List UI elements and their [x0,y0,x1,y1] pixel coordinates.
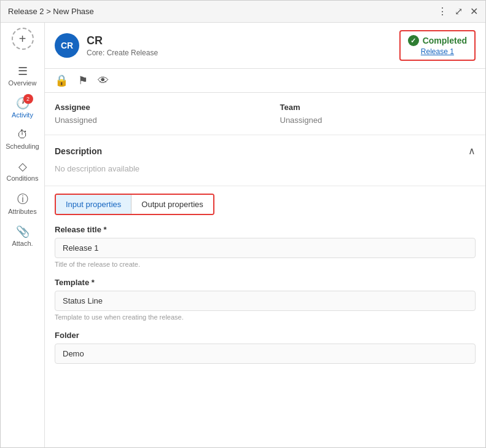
attributes-icon: ⓘ [17,192,28,206]
assignee-team-row: Assignee Unassigned Team Unassigned [55,103,476,125]
header-left: CR CR Core: Create Release [55,33,158,58]
assignee-team-section: Assignee Unassigned Team Unassigned [45,93,485,135]
completed-status: ✓ Completed [408,35,467,46]
template-label: Template * [55,278,476,287]
sidebar-label-attributes: Attributes [8,208,36,215]
scrollable-content: Assignee Unassigned Team Unassigned Desc… [45,93,485,447]
description-text: No description available [55,162,476,181]
sidebar-item-overview[interactable]: ☰ Overview [1,60,44,92]
title-bar: Release 2 > New Phase ⋮ ⤢ ✕ [1,1,485,23]
team-value[interactable]: Unassigned [280,116,476,125]
release-title-label: Release title * [55,225,476,234]
sidebar-item-conditions[interactable]: ◇ Conditions [1,155,44,187]
sidebar-item-attributes[interactable]: ⓘ Attributes [1,187,44,220]
folder-label: Folder [55,331,476,340]
sidebar-item-attach[interactable]: 📎 Attach. [1,220,44,252]
activity-icon: 🕐 2 [16,96,29,110]
attach-icon: 📎 [16,225,29,238]
task-subtitle: Core: Create Release [87,49,158,57]
task-title: CR [87,34,158,47]
sidebar-label-scheduling: Scheduling [6,143,39,150]
scheduling-icon: ⏱ [17,128,28,141]
sidebar-label-overview: Overview [9,79,37,87]
folder-group: Folder [55,331,476,364]
sidebar-label-conditions: Conditions [7,175,39,182]
content-area: CR CR Core: Create Release ✓ Completed R… [45,23,485,447]
flag-icon[interactable]: ⚑ [78,74,88,87]
sidebar-label-activity: Activity [12,111,33,119]
description-section: Description ∧ No description available [45,135,485,186]
team-col: Team Unassigned [280,103,476,125]
app-window: Release 2 > New Phase ⋮ ⤢ ✕ + ☰ Overview… [0,0,486,448]
assignee-value[interactable]: Unassigned [55,116,251,125]
sidebar-item-activity[interactable]: 🕐 2 Activity [1,92,44,124]
assignee-col: Assignee Unassigned [55,103,251,125]
template-group: Template * Template to use when creating… [55,278,476,321]
description-header[interactable]: Description ∧ [55,140,476,162]
description-label: Description [55,146,102,156]
properties-section: Input properties Output properties Relea… [45,186,485,381]
chevron-up-icon: ∧ [468,145,476,157]
close-icon[interactable]: ✕ [470,7,478,17]
breadcrumb: Release 2 > New Phase [8,7,94,16]
conditions-icon: ◇ [18,160,27,173]
title-bar-actions: ⋮ ⤢ ✕ [437,7,478,17]
header-text: CR Core: Create Release [87,34,158,57]
template-hint: Template to use when creating the releas… [55,313,476,321]
release-title-input[interactable] [55,238,476,258]
release-title-hint: Title of the release to create. [55,261,476,268]
completed-release-badge: ✓ Completed Release 1 [399,30,476,61]
sidebar-label-attach: Attach. [12,240,33,247]
template-input[interactable] [55,291,476,311]
input-properties-tab[interactable]: Input properties [56,195,131,214]
team-label: Team [280,103,476,112]
expand-icon[interactable]: ⤢ [455,7,463,17]
release-title-group: Release title * Title of the release to … [55,225,476,268]
output-properties-tab[interactable]: Output properties [131,195,213,214]
content-header: CR CR Core: Create Release ✓ Completed R… [45,23,485,69]
assignee-label: Assignee [55,103,251,112]
eye-icon[interactable]: 👁 [98,74,109,87]
toolbar: 🔒 ⚑ 👁 [45,69,485,93]
add-button[interactable]: + [12,28,34,50]
sidebar-item-scheduling[interactable]: ⏱ Scheduling [1,124,44,155]
completed-release-link[interactable]: Release 1 [408,47,467,56]
properties-tabs: Input properties Output properties [55,194,214,215]
overview-icon: ☰ [18,65,28,78]
sidebar: + ☰ Overview 🕐 2 Activity ⏱ Scheduling ◇… [1,23,45,447]
activity-badge: 2 [23,94,33,104]
check-icon: ✓ [408,35,419,46]
main-layout: + ☰ Overview 🕐 2 Activity ⏱ Scheduling ◇… [1,23,485,447]
lock-icon[interactable]: 🔒 [55,74,68,87]
folder-input[interactable] [55,344,476,364]
task-icon: CR [55,33,79,58]
completed-label: Completed [423,36,467,45]
more-icon[interactable]: ⋮ [437,7,447,17]
